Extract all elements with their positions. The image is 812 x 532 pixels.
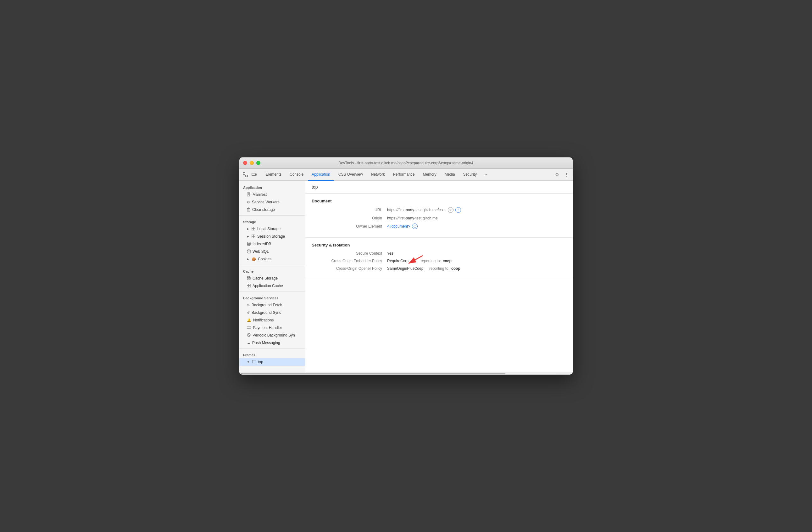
svg-rect-18	[253, 229, 255, 230]
svg-rect-40	[247, 326, 251, 328]
top-frame-label: top	[258, 360, 263, 364]
indexeddb-icon	[247, 242, 251, 247]
svg-rect-22	[253, 236, 255, 238]
inspector-icon[interactable]	[242, 171, 249, 178]
tab-application[interactable]: Application	[308, 169, 334, 181]
url-copy-icon[interactable]: ⟳	[448, 207, 453, 213]
sidebar-item-background-sync[interactable]: ↺ Background Sync	[239, 309, 305, 317]
sidebar-item-notifications[interactable]: 🔔 Notifications	[239, 317, 305, 324]
tab-elements[interactable]: Elements	[262, 169, 285, 181]
svg-point-32	[247, 276, 250, 278]
coop-reporting-label: reporting to:	[429, 266, 449, 271]
sidebar-item-push-messaging[interactable]: ☁ Push Messaging	[239, 339, 305, 347]
sidebar-section-storage: Storage	[239, 218, 305, 225]
svg-rect-10	[247, 208, 250, 211]
manifest-label: Manifest	[252, 192, 267, 197]
url-field-row: URL https://first-party-test.glitch.me/c…	[311, 207, 566, 213]
sidebar-item-session-storage[interactable]: ▶ Session Storage	[239, 233, 305, 240]
sidebar-item-service-workers[interactable]: ⚙ Service Workers	[239, 198, 305, 206]
local-storage-label: Local Storage	[257, 227, 280, 231]
svg-rect-36	[247, 284, 248, 285]
sidebar-item-clear-storage[interactable]: Clear storage	[239, 206, 305, 213]
application-cache-label: Application Cache	[252, 284, 283, 288]
sidebar-scrollbar-thumb[interactable]	[241, 373, 505, 374]
periodic-bg-sync-label: Periodic Background Syn	[252, 333, 295, 337]
origin-text: https://first-party-test.glitch.me	[387, 216, 438, 220]
svg-rect-5	[255, 174, 256, 175]
sidebar-item-cache-storage[interactable]: Cache Storage	[239, 275, 305, 282]
sidebar-item-periodic-bg-sync[interactable]: Periodic Background Syn	[239, 332, 305, 339]
minimize-button[interactable]	[250, 161, 254, 165]
background-fetch-icon: ⇅	[247, 303, 250, 307]
coop-label: Cross-Origin Opener Policy	[318, 266, 387, 271]
device-toggle-icon[interactable]	[251, 171, 258, 178]
application-cache-icon	[247, 284, 251, 288]
sidebar-item-top-frame[interactable]: ▼ top	[239, 358, 305, 366]
tab-more[interactable]: »	[481, 169, 491, 181]
notifications-icon: 🔔	[247, 318, 251, 322]
service-workers-label: Service Workers	[252, 200, 279, 204]
window-title: DevTools - first-party-test.glitch.me/co…	[338, 161, 474, 165]
svg-rect-1	[246, 175, 247, 177]
sidebar-item-manifest[interactable]: Manifest	[239, 191, 305, 198]
push-messaging-icon: ☁	[247, 341, 250, 345]
coop-field-row: Cross-Origin Opener Policy SameOriginPlu…	[311, 266, 566, 271]
sidebar-item-cookies[interactable]: ▶ 🍪 Cookies	[239, 255, 305, 263]
svg-rect-20	[253, 235, 255, 236]
owner-element-link[interactable]: <#document>	[387, 224, 410, 228]
coep-value: RequireCorp	[387, 259, 452, 263]
sidebar-item-indexeddb[interactable]: IndexedDB	[239, 240, 305, 248]
settings-icon[interactable]: ⚙	[553, 171, 561, 179]
payment-handler-icon	[247, 326, 251, 330]
coep-reporting-value: coep	[443, 259, 452, 263]
coep-field-row: Cross-Origin Embedder Policy RequireCorp	[311, 259, 566, 263]
red-arrow-annotation	[405, 252, 427, 268]
tab-performance[interactable]: Performance	[389, 169, 419, 181]
local-storage-icon	[251, 227, 255, 231]
sidebar-section-application: Application	[239, 183, 305, 191]
main-area: Application Manifest ⚙ Service Workers C…	[239, 181, 573, 372]
push-messaging-label: Push Messaging	[252, 340, 280, 345]
close-button[interactable]	[243, 161, 247, 165]
secure-context-field-row: Secure Context Yes	[311, 251, 566, 256]
svg-line-47	[408, 256, 423, 264]
content-panel: top Document URL https://first-party-tes…	[305, 181, 573, 372]
more-options-icon[interactable]: ⋮	[563, 171, 570, 179]
tab-security[interactable]: Security	[460, 169, 480, 181]
sidebar-item-payment-handler[interactable]: Payment Handler	[239, 324, 305, 332]
url-text: https://first-party-test.glitch.me/co...	[387, 208, 446, 212]
cache-storage-icon	[247, 276, 251, 281]
owner-element-field-row: Owner Element <#document> ⓘ	[311, 224, 566, 229]
sidebar-item-application-cache[interactable]: Application Cache	[239, 282, 305, 290]
svg-rect-17	[251, 229, 253, 230]
owner-element-info-icon[interactable]: ⓘ	[412, 224, 418, 229]
secure-context-text: Yes	[387, 251, 393, 256]
indexeddb-label: IndexedDB	[252, 242, 271, 246]
tabbar: Elements Console Application CSS Overvie…	[239, 169, 573, 181]
origin-value: https://first-party-test.glitch.me	[387, 216, 438, 220]
tab-memory[interactable]: Memory	[419, 169, 440, 181]
tab-network[interactable]: Network	[367, 169, 389, 181]
url-navigate-icon[interactable]: ↑	[455, 207, 461, 213]
coep-arrow-container: RequireCorp	[387, 259, 408, 263]
document-section-title: Document	[311, 199, 566, 204]
svg-rect-21	[251, 236, 253, 238]
sidebar-item-background-fetch[interactable]: ⇅ Background Fetch	[239, 301, 305, 309]
tab-console[interactable]: Console	[286, 169, 307, 181]
svg-point-28	[247, 250, 250, 251]
cache-storage-label: Cache Storage	[252, 276, 278, 280]
svg-rect-39	[249, 286, 250, 288]
traffic-lights	[243, 161, 260, 165]
sidebar-item-local-storage[interactable]: ▶ Local Storage	[239, 225, 305, 233]
cookies-icon: 🍪	[251, 257, 256, 261]
sidebar-item-web-sql[interactable]: Web SQL	[239, 248, 305, 255]
tab-css-overview[interactable]: CSS Overview	[335, 169, 367, 181]
secure-context-value: Yes	[387, 251, 393, 256]
document-section: Document URL https://first-party-test.gl…	[305, 194, 573, 238]
svg-rect-15	[251, 227, 253, 228]
maximize-button[interactable]	[256, 161, 260, 165]
svg-point-31	[247, 252, 250, 253]
sidebar-section-frames: Frames	[239, 351, 305, 358]
tab-media[interactable]: Media	[441, 169, 459, 181]
service-workers-icon: ⚙	[247, 200, 250, 204]
